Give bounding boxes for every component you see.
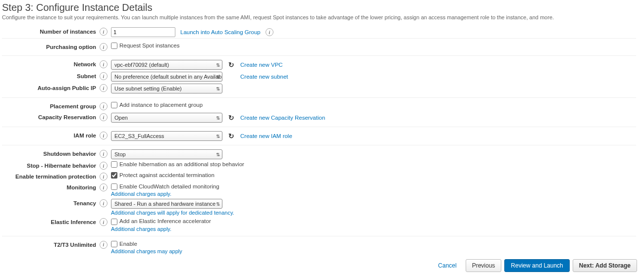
subnet-select[interactable]: No preference (default subnet in any Ava…	[111, 72, 222, 82]
label-shutdown-behavior: Shutdown behavior	[2, 149, 96, 157]
label-placement-group: Placement group	[2, 102, 96, 109]
label-elastic-inference: Elastic Inference	[2, 218, 96, 225]
info-icon[interactable]: i	[100, 43, 107, 51]
label-subnet: Subnet	[2, 72, 96, 79]
iam-role-select[interactable]: EC2_S3_FullAccess	[111, 131, 222, 141]
autoscaling-link[interactable]: Launch into Auto Scaling Group	[180, 29, 261, 35]
auto-assign-ip-select[interactable]: Use subnet setting (Enable)	[111, 84, 222, 93]
page-title: Step 3: Configure Instance Details	[2, 2, 636, 13]
instances-input[interactable]	[111, 27, 175, 37]
cloudwatch-checkbox[interactable]	[111, 183, 117, 190]
label-termination-protection: Enable termination protection	[2, 172, 96, 180]
form-scroll-area[interactable]: Step 3: Configure Instance Details Confi…	[0, 0, 639, 258]
hibernate-checkbox-label[interactable]: Enable hibernation as an additional stop…	[111, 161, 244, 168]
info-icon[interactable]: i	[100, 173, 107, 181]
cancel-button[interactable]: Cancel	[432, 260, 462, 272]
info-icon[interactable]: i	[100, 218, 107, 226]
previous-button[interactable]: Previous	[466, 259, 502, 272]
info-icon[interactable]: i	[100, 241, 107, 249]
info-icon[interactable]: i	[100, 162, 107, 170]
info-icon[interactable]: i	[100, 72, 107, 80]
info-icon[interactable]: i	[266, 28, 273, 36]
info-icon[interactable]: i	[100, 102, 107, 110]
create-vpc-link[interactable]: Create new VPC	[240, 62, 283, 68]
protect-checkbox[interactable]	[111, 172, 117, 179]
spot-checkbox-label[interactable]: Request Spot instances	[111, 43, 179, 49]
elastic-checkbox[interactable]	[111, 219, 117, 225]
refresh-icon[interactable]: ↻	[227, 114, 235, 122]
monitoring-charges-link[interactable]: Additional charges apply.	[111, 191, 636, 197]
create-subnet-link[interactable]: Create new subnet	[240, 74, 288, 80]
tenancy-select[interactable]: Shared - Run a shared hardware instance	[111, 199, 222, 209]
review-launch-button[interactable]: Review and Launch	[504, 259, 569, 272]
network-select[interactable]: vpc-ebf70092 (default)	[111, 60, 222, 70]
info-icon[interactable]: i	[100, 132, 107, 139]
info-icon[interactable]: i	[100, 60, 107, 68]
refresh-icon[interactable]: ↻	[227, 61, 235, 69]
capacity-reservation-select[interactable]: Open	[111, 113, 222, 123]
elastic-charges-link[interactable]: Additional charges apply.	[111, 226, 636, 232]
info-icon[interactable]: i	[100, 199, 107, 207]
footer-actions: Cancel Previous Review and Launch Next: …	[432, 258, 637, 273]
label-purchasing-option: Purchasing option	[2, 43, 96, 50]
label-capacity-reservation: Capacity Reservation	[2, 113, 96, 120]
hibernate-checkbox[interactable]	[111, 161, 117, 168]
info-icon[interactable]: i	[100, 183, 107, 191]
refresh-icon[interactable]: ↻	[227, 132, 235, 140]
t2t3-charges-link[interactable]: Additional charges may apply	[111, 248, 636, 254]
placement-checkbox-label[interactable]: Add instance to placement group	[111, 102, 203, 108]
label-monitoring: Monitoring	[2, 183, 96, 190]
label-number-of-instances: Number of instances	[2, 27, 96, 35]
label-iam-role: IAM role	[2, 131, 96, 138]
page-description: Configure the instance to suit your requ…	[2, 14, 636, 20]
cloudwatch-checkbox-label[interactable]: Enable CloudWatch detailed monitoring	[111, 183, 219, 189]
t2t3-checkbox[interactable]	[111, 241, 117, 247]
create-capacity-link[interactable]: Create new Capacity Reservation	[240, 115, 325, 121]
info-icon[interactable]: i	[100, 113, 107, 121]
create-iam-link[interactable]: Create new IAM role	[240, 133, 292, 139]
tenancy-charges-link[interactable]: Additional charges will apply for dedica…	[111, 210, 636, 216]
spot-checkbox[interactable]	[111, 43, 117, 49]
label-auto-assign-ip: Auto-assign Public IP	[2, 84, 96, 91]
elastic-checkbox-label[interactable]: Add an Elastic Inference accelerator	[111, 218, 211, 224]
label-network: Network	[2, 60, 96, 67]
info-icon[interactable]: i	[100, 28, 107, 36]
t2t3-checkbox-label[interactable]: Enable	[111, 241, 137, 247]
protect-checkbox-label[interactable]: Protect against accidental termination	[111, 172, 215, 179]
shutdown-select[interactable]: Stop	[111, 149, 222, 159]
next-add-storage-button[interactable]: Next: Add Storage	[573, 259, 637, 272]
label-tenancy: Tenancy	[2, 199, 96, 206]
info-icon[interactable]: i	[100, 150, 107, 158]
placement-checkbox[interactable]	[111, 102, 117, 108]
label-t2t3: T2/T3 Unlimited	[2, 240, 96, 248]
label-stop-hibernate: Stop - Hibernate behavior	[2, 161, 96, 169]
info-icon[interactable]: i	[100, 84, 107, 92]
